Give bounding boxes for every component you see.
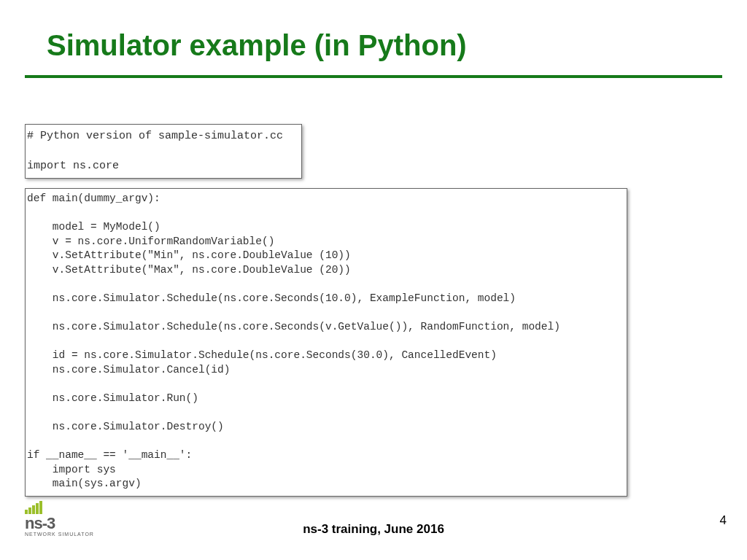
logo-bars-icon bbox=[25, 501, 43, 514]
code-block-import: # Python version of sample-simulator.cc … bbox=[25, 124, 302, 179]
code-block-main: def main(dummy_argv): model = MyModel() … bbox=[25, 188, 627, 497]
slide-title: Simulator example (in Python) bbox=[0, 0, 747, 69]
title-rule bbox=[25, 75, 722, 78]
footer-caption: ns-3 training, June 2016 bbox=[0, 522, 747, 537]
footer: ns-3 NETWORK SIMULATOR ns-3 training, Ju… bbox=[0, 513, 747, 547]
page-number: 4 bbox=[720, 513, 727, 528]
slide: Simulator example (in Python) # Python v… bbox=[0, 0, 747, 560]
